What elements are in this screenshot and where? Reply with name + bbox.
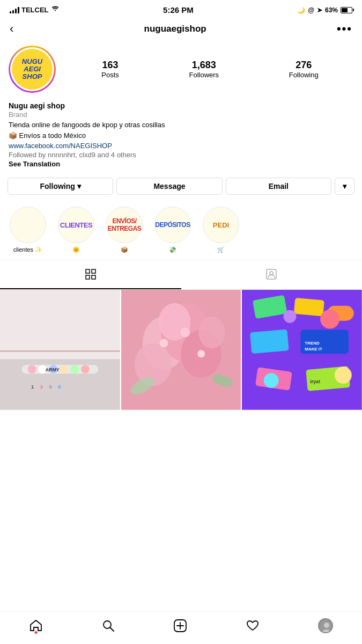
svg-point-14 (70, 365, 79, 374)
more-button[interactable]: ▾ (335, 178, 354, 195)
avatar-logo-text: NUGUAEGISHOP (22, 58, 42, 81)
svg-point-30 (180, 328, 190, 338)
category-label: Brand (9, 111, 353, 119)
svg-rect-1 (92, 269, 95, 273)
svg-rect-7 (0, 290, 120, 359)
status-right: 🌙 @ ➤ 63% (297, 6, 352, 14)
grid-icon (84, 268, 97, 281)
highlight-label-5: 🛒 (201, 246, 241, 253)
battery-icon (341, 7, 352, 13)
svg-text:MAKE IT: MAKE IT (305, 347, 323, 352)
svg-point-45 (320, 310, 339, 329)
highlights-section: clientes ✨ CLIENTES 🌞 ENVÍOS/ENTREGAS 📦 … (0, 202, 362, 260)
svg-text:irya!: irya! (311, 379, 321, 384)
highlight-item-1[interactable]: clientes ✨ (8, 207, 48, 253)
svg-text:ARMY: ARMY (45, 367, 59, 372)
at-icon: @ (308, 6, 314, 14)
action-buttons: Following ▾ Message Email ▾ (0, 173, 362, 202)
svg-point-31 (197, 350, 205, 358)
more-options-button[interactable]: ••• (337, 22, 352, 36)
highlight-circle-3: ENVÍOS/ENTREGAS (106, 207, 143, 243)
avatar-ring[interactable]: NUGUAEGISHOP (9, 46, 56, 93)
status-bar: TELCEL 5:26 PM 🌙 @ ➤ 63% (0, 0, 362, 18)
svg-rect-38 (250, 330, 289, 354)
tab-tagged[interactable] (181, 260, 363, 289)
avatar-inner: NUGUAEGISHOP (10, 47, 54, 91)
highlight-label-1: clientes ✨ (8, 246, 48, 253)
highlight-label-4: 💸 (152, 246, 193, 253)
highlight-item-5[interactable]: PEDI 🛒 (201, 207, 241, 253)
photo-1-image: ARMY 1 3 0 6 (0, 290, 120, 410)
chevron-down-icon-more: ▾ (343, 182, 346, 191)
chevron-down-icon: ▾ (77, 182, 81, 191)
email-button[interactable]: Email (226, 178, 331, 195)
signal-icon (10, 7, 19, 13)
highlight-circle-4: DEPÓSITOS (154, 207, 191, 243)
highlight-circle-1 (10, 207, 46, 243)
photo-cell-2[interactable] (121, 290, 241, 410)
see-translation-button[interactable]: See Translation (9, 160, 353, 168)
svg-text:6: 6 (58, 384, 61, 390)
tab-bar (0, 260, 362, 290)
message-button[interactable]: Message (116, 178, 222, 195)
highlight-item-2[interactable]: CLIENTES 🌞 (56, 207, 97, 253)
back-button[interactable]: ‹ (10, 22, 13, 36)
svg-point-46 (284, 310, 297, 323)
display-name: Nugu aegi shop (9, 101, 353, 110)
followers-label: Followers (189, 71, 219, 79)
svg-text:1: 1 (31, 384, 34, 390)
svg-point-5 (270, 272, 273, 275)
carrier-label: TELCEL (21, 6, 49, 14)
photo-3-image: TREND MAKE IT irya! (242, 290, 362, 410)
photo-grid: ARMY 1 3 0 6 (0, 290, 362, 410)
followers-stat[interactable]: 1,683 Followers (189, 60, 219, 79)
svg-rect-3 (92, 275, 95, 279)
stats-row: 163 Posts 1,683 Followers 276 Following (67, 60, 353, 79)
highlights-row: clientes ✨ CLIENTES 🌞 ENVÍOS/ENTREGAS 📦 … (0, 207, 362, 253)
tab-grid[interactable] (0, 260, 181, 289)
followers-count: 1,683 (192, 60, 216, 71)
following-label: Following (289, 71, 319, 79)
status-time: 5:26 PM (163, 5, 194, 14)
posts-count: 163 (102, 60, 119, 71)
highlight-circle-5: PEDI (203, 207, 239, 243)
following-button[interactable]: Following ▾ (8, 178, 113, 195)
posts-stat[interactable]: 163 Posts (101, 60, 119, 79)
photo-cell-3[interactable]: TREND MAKE IT irya! (242, 290, 362, 410)
person-tag-icon (265, 268, 278, 281)
svg-rect-0 (86, 269, 90, 273)
svg-point-15 (81, 365, 90, 374)
battery-percent: 63% (325, 6, 338, 14)
photo-cell-1[interactable]: ARMY 1 3 0 6 (0, 290, 120, 410)
status-left: TELCEL (10, 6, 60, 14)
highlight-circle-2: CLIENTES (58, 207, 94, 243)
profile-link[interactable]: www.facebook.com/NAEGISHOP (9, 142, 353, 150)
username-title: nuguaegishop (144, 24, 206, 34)
nav-bar: ‹ nuguaegishop ••• (0, 18, 362, 41)
svg-point-28 (198, 317, 225, 349)
svg-rect-36 (294, 298, 324, 316)
highlight-label-3: 📦 (104, 246, 145, 253)
svg-point-29 (159, 339, 168, 348)
svg-text:3: 3 (40, 384, 43, 390)
svg-rect-2 (86, 275, 90, 279)
posts-label: Posts (101, 71, 119, 79)
bio-section: Nugu aegi shop Brand Tienda online de fa… (0, 99, 362, 173)
bio-line-1: Tienda online de fangoods de kpop y otra… (9, 120, 353, 130)
svg-point-10 (28, 365, 36, 374)
wifi-icon (51, 6, 60, 14)
highlight-label-2: 🌞 (56, 246, 97, 253)
moon-icon: 🌙 (297, 6, 305, 14)
svg-text:0: 0 (49, 384, 52, 390)
location-icon: ➤ (317, 6, 322, 14)
highlight-item-4[interactable]: DEPÓSITOS 💸 (152, 207, 193, 253)
svg-point-13 (60, 365, 68, 374)
highlight-item-3[interactable]: ENVÍOS/ENTREGAS 📦 (104, 207, 145, 253)
following-stat[interactable]: 276 Following (289, 60, 319, 79)
profile-header: NUGUAEGISHOP 163 Posts 1,683 Followers 2… (0, 41, 362, 99)
svg-text:TREND: TREND (305, 341, 320, 346)
bio-line-2: 📦 Envíos a todo México (9, 131, 353, 141)
photo-2-image (121, 290, 241, 410)
following-count: 276 (295, 60, 312, 71)
avatar: NUGUAEGISHOP (12, 49, 53, 90)
